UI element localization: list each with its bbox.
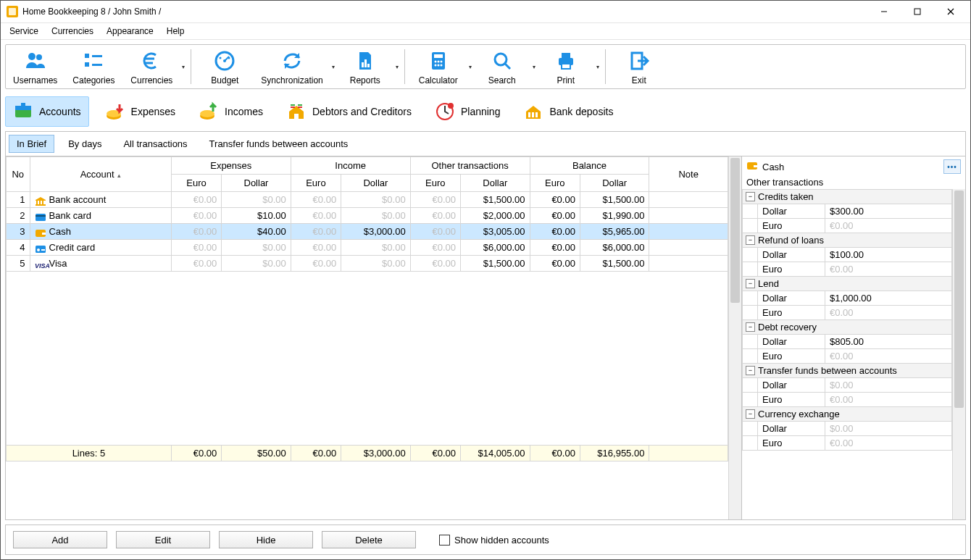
- tree-kv-row[interactable]: Dollar$1,000.00: [743, 291, 951, 305]
- close-button[interactable]: [934, 1, 967, 22]
- section-planning[interactable]: Planning: [428, 97, 508, 126]
- table-row[interactable]: 1Bank account€0.00$0.00€0.00$0.00€0.00$1…: [7, 192, 728, 208]
- toolbar-currencies[interactable]: Currencies ▾: [122, 45, 186, 88]
- section-accounts[interactable]: Accounts: [5, 96, 89, 127]
- details-scrollbar[interactable]: [952, 189, 965, 519]
- toolbar-search[interactable]: Search ▾: [473, 45, 537, 88]
- collapse-icon[interactable]: −: [746, 366, 755, 375]
- collapse-icon[interactable]: −: [746, 322, 755, 332]
- menu-appearance[interactable]: Appearance: [101, 25, 159, 38]
- tree-kv-row[interactable]: Euro€0.00: [743, 392, 951, 406]
- subtabs: In Brief By days All transactions Transf…: [5, 131, 966, 156]
- svg-point-44: [448, 103, 454, 109]
- chevron-down-icon[interactable]: ▾: [596, 64, 599, 70]
- col-inc-euro[interactable]: Euro: [291, 175, 341, 192]
- collapse-icon[interactable]: −: [746, 192, 755, 201]
- col-balance[interactable]: Balance: [530, 157, 649, 175]
- tree-group-header[interactable]: −Refund of loans: [743, 233, 951, 247]
- chevron-down-icon[interactable]: ▾: [533, 64, 535, 70]
- section-expenses[interactable]: Expenses: [98, 97, 183, 126]
- subtab-all-transactions[interactable]: All transactions: [115, 135, 195, 153]
- tree-kv-row[interactable]: Dollar$300.00: [743, 204, 951, 218]
- toolbar-exit[interactable]: Exit: [610, 45, 668, 88]
- chevron-down-icon[interactable]: ▾: [182, 64, 185, 70]
- tree-kv-row[interactable]: Dollar$100.00: [743, 247, 951, 262]
- col-bal-euro[interactable]: Euro: [530, 175, 580, 192]
- toolbar-categories[interactable]: Categories: [64, 45, 122, 88]
- col-oth-dollar[interactable]: Dollar: [461, 175, 530, 192]
- menu-currencies[interactable]: Currencies: [46, 25, 99, 38]
- exit-icon: [628, 49, 651, 72]
- col-account[interactable]: Account▴: [30, 157, 171, 192]
- hide-button[interactable]: Hide: [219, 531, 313, 548]
- svg-rect-56: [42, 233, 46, 235]
- toolbar-synchronization[interactable]: Synchronization ▾: [254, 45, 336, 88]
- collapse-icon[interactable]: −: [746, 409, 755, 419]
- table-row[interactable]: 4Credit card€0.00$0.00€0.00$0.00€0.00$6,…: [7, 240, 728, 256]
- edit-button[interactable]: Edit: [116, 531, 210, 548]
- tree-group-header[interactable]: −Transfer funds between accounts: [743, 364, 951, 377]
- checkbox-box[interactable]: [439, 535, 450, 546]
- tree-kv-row[interactable]: Euro€0.00: [743, 305, 951, 319]
- details-more-button[interactable]: •••: [943, 159, 961, 174]
- col-expenses[interactable]: Expenses: [171, 157, 291, 175]
- collapse-icon[interactable]: −: [746, 235, 755, 245]
- chevron-down-icon[interactable]: ▾: [396, 64, 399, 70]
- chevron-down-icon[interactable]: ▾: [469, 64, 472, 70]
- col-income[interactable]: Income: [291, 157, 410, 175]
- col-exp-euro[interactable]: Euro: [171, 175, 221, 192]
- toolbar-usernames[interactable]: Usernames: [6, 45, 64, 88]
- col-exp-dollar[interactable]: Dollar: [222, 175, 291, 192]
- add-button[interactable]: Add: [13, 531, 107, 548]
- tree-kv-row[interactable]: Dollar$0.00: [743, 377, 951, 392]
- tree-group-header[interactable]: −Credits taken: [743, 190, 951, 204]
- tree-kv-row[interactable]: Dollar$0.00: [743, 421, 951, 435]
- col-inc-dollar[interactable]: Dollar: [341, 175, 410, 192]
- toolbar-reports[interactable]: Reports ▾: [336, 45, 400, 88]
- scrollbar-thumb[interactable]: [730, 158, 740, 303]
- bank-deposits-icon: [523, 101, 543, 122]
- tree-kv-row[interactable]: Euro€0.00: [743, 435, 951, 450]
- categories-icon: [82, 49, 105, 72]
- toolbar-sync-label: Synchronization: [261, 75, 322, 85]
- show-hidden-checkbox[interactable]: Show hidden accounts: [439, 535, 549, 546]
- subtab-transfer-funds[interactable]: Transfer funds between accounts: [201, 135, 357, 153]
- menu-service[interactable]: Service: [4, 25, 44, 38]
- toolbar-print[interactable]: Print ▾: [537, 45, 601, 88]
- col-bal-dollar[interactable]: Dollar: [580, 175, 649, 192]
- chevron-down-icon[interactable]: ▾: [332, 64, 335, 70]
- maximize-button[interactable]: [901, 1, 934, 22]
- tree-group-header[interactable]: −Currency exchange: [743, 407, 951, 421]
- col-other[interactable]: Other transactions: [410, 157, 530, 175]
- col-no[interactable]: No: [7, 157, 30, 192]
- tree-kv-row[interactable]: Dollar$805.00: [743, 334, 951, 348]
- subtab-by-days[interactable]: By days: [60, 135, 109, 153]
- subtab-in-brief[interactable]: In Brief: [9, 135, 54, 153]
- tree-group-header[interactable]: −Lend: [743, 277, 951, 291]
- accounts-grid[interactable]: No Account▴ Expenses Income Other transa…: [6, 156, 728, 461]
- svg-text:VISA: VISA: [35, 262, 49, 269]
- section-incomes[interactable]: Incomes: [191, 97, 270, 126]
- toolbar-budget[interactable]: Budget: [196, 45, 254, 88]
- tree-kv-row[interactable]: Euro€0.00: [743, 348, 951, 363]
- table-row[interactable]: 3Cash€0.00$40.00€0.00$3,000.00€0.00$3,00…: [7, 224, 728, 240]
- col-note[interactable]: Note: [649, 157, 728, 192]
- grid-vertical-scrollbar[interactable]: [728, 156, 741, 519]
- delete-button[interactable]: Delete: [322, 531, 416, 548]
- tree-kv-row[interactable]: Euro€0.00: [743, 262, 951, 276]
- tree-group: −LendDollar$1,000.00Euro€0.00: [742, 277, 952, 320]
- minimize-button[interactable]: [867, 1, 901, 22]
- menu-help[interactable]: Help: [161, 25, 191, 38]
- tree-kv-row[interactable]: Euro€0.00: [743, 218, 951, 233]
- toolbar-calculator[interactable]: Calculator ▾: [409, 45, 473, 88]
- collapse-icon[interactable]: −: [746, 279, 755, 288]
- table-row[interactable]: 5VISAVisa€0.00$0.00€0.00$0.00€0.00$1,500…: [7, 256, 728, 272]
- section-bank-deposits[interactable]: Bank deposits: [516, 97, 620, 126]
- details-title: Cash: [762, 162, 784, 172]
- svg-rect-52: [36, 204, 46, 206]
- scrollbar-thumb[interactable]: [954, 191, 964, 408]
- section-debtors-creditors[interactable]: Debtors and Creditors: [279, 97, 419, 126]
- tree-group-header[interactable]: −Debt recovery: [743, 320, 951, 334]
- table-row[interactable]: 2Bank card€0.00$10.00€0.00$0.00€0.00$2,0…: [7, 208, 728, 224]
- col-oth-euro[interactable]: Euro: [410, 175, 460, 192]
